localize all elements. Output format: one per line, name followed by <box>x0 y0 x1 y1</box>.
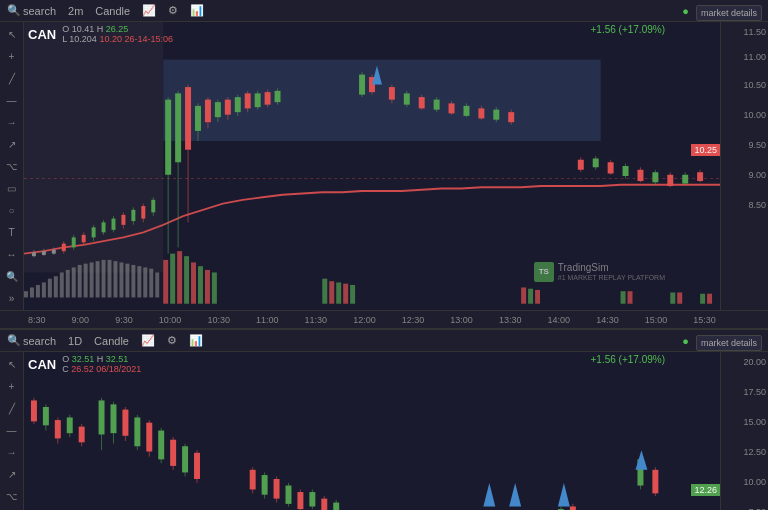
bottom-chart-type-selector[interactable]: Candle <box>91 335 132 347</box>
bottom-pitchfork-tool[interactable]: ⌥ <box>4 488 20 504</box>
cursor-tool[interactable]: ↖ <box>4 26 20 42</box>
svg-rect-130 <box>528 289 533 304</box>
chart-type-selector[interactable]: Candle <box>92 5 133 17</box>
svg-rect-104 <box>90 262 94 297</box>
bottom-search-icon: 🔍 <box>7 334 21 347</box>
text-tool[interactable]: T <box>4 224 20 240</box>
time-1300: 13:00 <box>450 315 473 325</box>
settings-icon[interactable]: ⚙ <box>165 4 181 17</box>
market-details-button[interactable]: market details <box>696 5 762 21</box>
time-1100: 11:00 <box>256 315 279 325</box>
svg-rect-74 <box>508 112 514 122</box>
time-1530: 15:30 <box>693 315 716 325</box>
top-chart-body: ↖ + ╱ — → ↗ ⌥ ▭ ○ T ↔ 🔍 » CAN O 10.41 H … <box>0 22 768 310</box>
svg-rect-66 <box>449 103 455 113</box>
ray-tool[interactable]: → <box>4 114 20 130</box>
daily-candles-march <box>31 398 85 446</box>
symbol-info: CAN O 10.41 H 26.25 L 10.204 10.20 26-14… <box>28 24 173 44</box>
search-button[interactable]: 🔍 search <box>4 4 59 17</box>
bottom-search-button[interactable]: 🔍 search <box>4 334 59 347</box>
svg-rect-163 <box>158 431 164 460</box>
bottom-line-chart-icon[interactable]: 📈 <box>138 334 158 347</box>
svg-rect-101 <box>72 267 76 297</box>
svg-rect-111 <box>131 265 135 298</box>
bottom-search-label[interactable]: search <box>23 335 56 347</box>
svg-rect-119 <box>184 256 189 304</box>
bottom-high-label: H <box>97 354 106 364</box>
arrow-tool[interactable]: ↗ <box>4 136 20 152</box>
search-label[interactable]: search <box>23 5 56 17</box>
svg-rect-93 <box>24 291 28 297</box>
ellipse-tool[interactable]: ○ <box>4 202 20 218</box>
date-val: 26-14-15:06 <box>124 34 173 44</box>
bottom-timeframe-selector[interactable]: 1D <box>65 335 85 347</box>
svg-rect-90 <box>682 175 688 184</box>
bottom-horizontal-line-tool[interactable]: — <box>4 422 20 438</box>
bottom-market-details-button[interactable]: market details <box>696 335 762 351</box>
svg-rect-97 <box>48 279 52 298</box>
daily-candles-july <box>635 450 658 496</box>
bottom-ray-tool[interactable]: → <box>4 444 20 460</box>
trendline-tool[interactable]: ╱ <box>4 70 20 86</box>
svg-rect-149 <box>67 417 73 433</box>
bottom-price-axis: 20.00 17.50 15.00 12.50 10.00 7.50 <box>720 352 768 510</box>
measure-tool[interactable]: ↔ <box>4 246 20 262</box>
price-10-50: 10.50 <box>743 80 766 90</box>
svg-rect-47 <box>255 93 261 107</box>
svg-rect-7 <box>52 250 56 254</box>
top-toolbar: 🔍 search 2m Candle 📈 ⚙ 📊 ● market detail… <box>0 0 768 22</box>
bottom-pnl-badge: +1.56 (+17.09%) <box>591 354 666 365</box>
svg-rect-62 <box>419 97 425 108</box>
tradingsim-name: TradingSim <box>558 262 665 274</box>
svg-rect-94 <box>30 287 34 297</box>
ohlc-data: O 10.41 H 26.25 L 10.204 10.20 26-14-15:… <box>62 24 173 44</box>
svg-rect-114 <box>149 269 153 298</box>
volume-icon[interactable]: 📊 <box>187 4 207 17</box>
svg-rect-37 <box>205 100 211 123</box>
svg-rect-117 <box>170 254 175 304</box>
svg-rect-82 <box>623 166 629 176</box>
rectangle-tool[interactable]: ▭ <box>4 180 20 196</box>
bottom-arrow-tool[interactable]: ↗ <box>4 466 20 482</box>
timeframe-selector[interactable]: 2m <box>65 5 86 17</box>
svg-rect-98 <box>54 276 58 297</box>
zoom-tool[interactable]: 🔍 <box>4 268 20 284</box>
svg-rect-113 <box>143 267 147 297</box>
bottom-price-17-50: 17.50 <box>743 387 766 397</box>
crosshair-tool[interactable]: + <box>4 48 20 64</box>
top-chart-panel: 🔍 search 2m Candle 📈 ⚙ 📊 ● market detail… <box>0 0 768 330</box>
svg-rect-100 <box>66 270 70 298</box>
svg-rect-118 <box>177 251 182 304</box>
svg-rect-136 <box>700 294 705 304</box>
bottom-settings-icon[interactable]: ⚙ <box>164 334 180 347</box>
horizontal-line-tool[interactable]: — <box>4 92 20 108</box>
svg-rect-13 <box>82 235 86 243</box>
bottom-chart-panel: 🔍 search 1D Candle 📈 ⚙ 📊 ● market detail… <box>0 330 768 510</box>
line-chart-icon[interactable]: 📈 <box>139 4 159 17</box>
wifi-icon: ● <box>679 5 692 17</box>
svg-rect-31 <box>175 93 181 162</box>
bottom-trendline-tool[interactable]: ╱ <box>4 400 20 416</box>
svg-rect-127 <box>343 284 348 304</box>
bottom-high-val: 32.51 <box>106 354 129 364</box>
more-tools[interactable]: » <box>4 290 20 306</box>
bottom-cursor-tool[interactable]: ↖ <box>4 356 20 372</box>
bottom-crosshair-tool[interactable]: + <box>4 378 20 394</box>
svg-rect-153 <box>99 400 105 434</box>
pitchfork-tool[interactable]: ⌥ <box>4 158 20 174</box>
svg-rect-157 <box>122 410 128 436</box>
bottom-price-10: 10.00 <box>743 477 766 487</box>
time-930: 9:30 <box>115 315 133 325</box>
top-price-axis: 11.50 11.00 10.50 10.00 9.50 9.00 8.50 <box>720 22 768 310</box>
bottom-close-val: 26.52 <box>71 364 94 374</box>
svg-rect-151 <box>79 427 85 443</box>
bottom-volume-icon[interactable]: 📊 <box>186 334 206 347</box>
svg-rect-124 <box>322 279 327 304</box>
time-1500: 15:00 <box>645 315 668 325</box>
svg-rect-135 <box>677 292 682 303</box>
svg-rect-11 <box>72 237 76 247</box>
svg-rect-96 <box>42 282 46 297</box>
price-8-50: 8.50 <box>748 200 766 210</box>
bottom-symbol-name: CAN <box>28 357 56 372</box>
svg-rect-186 <box>333 503 339 510</box>
